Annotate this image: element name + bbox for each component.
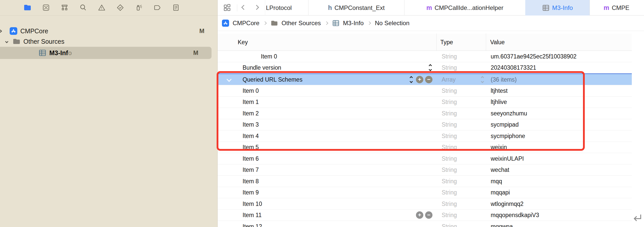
plist-key[interactable]: Item 4 bbox=[243, 132, 259, 139]
plist-key[interactable]: Item 10 bbox=[243, 200, 262, 207]
project-navigator-icon[interactable] bbox=[23, 4, 32, 12]
table-row[interactable]: Item 11 + − String mqqopensdkapiV3 bbox=[218, 210, 632, 221]
tab-cmpe[interactable]: m CMPE bbox=[590, 0, 644, 16]
table-row[interactable]: Item 7 String wechat bbox=[218, 164, 632, 176]
column-divider[interactable] bbox=[486, 34, 486, 51]
plist-key[interactable]: Item 8 bbox=[243, 178, 259, 185]
breadcrumb-item-selection[interactable]: No Selection bbox=[375, 20, 409, 27]
table-row[interactable]: Item 3 String sycmpipad bbox=[218, 119, 632, 131]
remove-row-button[interactable]: − bbox=[425, 211, 432, 219]
stepper-control[interactable] bbox=[480, 76, 485, 83]
file-name[interactable]: M3-Inf bbox=[49, 49, 68, 56]
source-control-icon[interactable] bbox=[42, 4, 50, 12]
add-row-button[interactable]: + bbox=[416, 76, 423, 83]
plist-type[interactable]: String bbox=[442, 212, 457, 219]
plist-value[interactable]: wtloginmqq2 bbox=[491, 200, 523, 207]
table-row[interactable]: Item 6 String weixinULAPI bbox=[218, 153, 632, 164]
plist-type[interactable]: String bbox=[442, 189, 457, 196]
breadcrumb-item-group[interactable]: Other Sources bbox=[281, 20, 321, 27]
column-header-key[interactable]: Key bbox=[238, 39, 248, 46]
column-header-value[interactable]: Value bbox=[490, 39, 505, 46]
table-row[interactable]: Item 0 String um.60371ae9425ec25f1003890… bbox=[218, 51, 632, 62]
plist-key[interactable]: Bundle version bbox=[243, 64, 281, 71]
table-row[interactable]: Item 1 String ltjhlive bbox=[218, 97, 632, 108]
debug-navigator-icon[interactable] bbox=[135, 4, 143, 12]
tab-m3-info-active[interactable]: M3-Info bbox=[525, 0, 590, 16]
table-row[interactable]: Item 10 String wtloginmqq2 bbox=[218, 198, 632, 210]
plist-key[interactable]: Item 0 bbox=[243, 87, 259, 94]
breakpoint-navigator-icon[interactable] bbox=[153, 4, 161, 12]
plist-value[interactable]: weixin bbox=[491, 144, 507, 151]
plist-type[interactable]: String bbox=[442, 200, 457, 207]
tab-cmpconstant-ext[interactable]: h CMPConstant_Ext bbox=[308, 0, 404, 16]
plist-type[interactable]: String bbox=[442, 99, 457, 105]
issue-navigator-icon[interactable] bbox=[98, 4, 106, 12]
plist-type[interactable]: String bbox=[442, 223, 457, 227]
sidebar-item-file-selected[interactable]: M3-Info M bbox=[0, 47, 212, 59]
test-navigator-icon[interactable] bbox=[116, 4, 124, 12]
plist-type[interactable]: String bbox=[442, 132, 457, 139]
table-row[interactable]: Item 0 String ltjhtest bbox=[218, 85, 632, 97]
plist-type[interactable]: String bbox=[442, 144, 457, 151]
disclosure-chevron-icon[interactable] bbox=[5, 40, 8, 43]
plist-value[interactable]: ltjhtest bbox=[491, 87, 507, 94]
table-row[interactable]: Item 12 String mqqwpa bbox=[218, 221, 632, 227]
plist-value[interactable]: (36 items) bbox=[491, 76, 517, 83]
plist-value[interactable]: mqqapi bbox=[491, 189, 510, 196]
plist-key[interactable]: Item 6 bbox=[243, 155, 259, 162]
plist-type[interactable]: String bbox=[442, 155, 457, 162]
plist-type[interactable]: String bbox=[442, 53, 457, 60]
plist-value[interactable]: mqqopensdkapiV3 bbox=[491, 212, 539, 219]
plist-key[interactable]: Item 5 bbox=[243, 144, 259, 151]
column-divider[interactable] bbox=[436, 34, 437, 51]
disclosure-chevron-icon[interactable] bbox=[0, 29, 2, 33]
plist-key[interactable]: Item 11 bbox=[243, 212, 262, 219]
plist-value[interactable]: wechat bbox=[491, 167, 509, 173]
project-name[interactable]: CMPCore bbox=[20, 27, 48, 35]
plist-type[interactable]: String bbox=[442, 87, 457, 94]
plist-type[interactable]: String bbox=[442, 121, 457, 128]
group-name[interactable]: Other Sources bbox=[23, 38, 64, 45]
plist-type[interactable]: String bbox=[442, 178, 457, 185]
breadcrumb-item-file[interactable]: M3-Info bbox=[343, 20, 364, 27]
plist-value[interactable]: sycmpiphone bbox=[491, 132, 525, 139]
plist-value[interactable]: sycmpipad bbox=[491, 121, 519, 128]
plist-type[interactable]: String bbox=[442, 64, 457, 71]
plist-value[interactable]: seeyonzhumu bbox=[491, 110, 527, 117]
sidebar-item-group[interactable]: Other Sources bbox=[0, 36, 218, 47]
remove-row-button[interactable]: − bbox=[425, 76, 432, 83]
table-row[interactable]: Item 8 String mqq bbox=[218, 176, 632, 187]
table-row-selected[interactable]: Queried URL Schemes + − Array (36 items) bbox=[218, 73, 632, 85]
plist-value[interactable]: weixinULAPI bbox=[491, 155, 524, 162]
table-row[interactable]: Item 2 String seeyonzhumu bbox=[218, 108, 632, 119]
tab-cmpcallide-helper[interactable]: m CMPCallIde...ationHelper bbox=[404, 0, 525, 16]
plist-key[interactable]: Item 0 bbox=[261, 53, 277, 60]
plist-value[interactable]: mqqwpa bbox=[491, 223, 513, 227]
plist-value[interactable]: ltjhlive bbox=[491, 99, 507, 105]
plist-key[interactable]: Item 1 bbox=[243, 99, 259, 105]
add-row-button[interactable]: + bbox=[416, 211, 423, 219]
plist-type[interactable]: String bbox=[442, 110, 457, 117]
plist-key[interactable]: Item 3 bbox=[243, 121, 259, 128]
plist-key[interactable]: Item 7 bbox=[243, 167, 259, 173]
table-row[interactable]: Item 4 String sycmpiphone bbox=[218, 130, 632, 142]
table-row[interactable]: Bundle version String 20240308173321 bbox=[218, 62, 632, 74]
tab-overview-icon[interactable] bbox=[223, 4, 231, 11]
sidebar-item-project[interactable]: CMPCore M bbox=[0, 26, 218, 36]
plist-value[interactable]: mqq bbox=[491, 178, 502, 185]
find-navigator-icon[interactable] bbox=[79, 4, 87, 12]
plist-key[interactable]: Item 9 bbox=[243, 189, 259, 196]
stepper-control[interactable] bbox=[428, 64, 433, 71]
plist-value[interactable]: um.60371ae9425ec25f10038902 bbox=[491, 53, 577, 60]
tab-lprotocol[interactable]: LProtocol bbox=[265, 0, 308, 16]
disclosure-chevron-icon[interactable] bbox=[227, 77, 232, 82]
plist-key[interactable]: Item 12 bbox=[243, 223, 262, 227]
symbol-navigator-icon[interactable] bbox=[61, 4, 69, 12]
plist-key[interactable]: Queried URL Schemes bbox=[243, 76, 303, 83]
plist-key[interactable]: Item 2 bbox=[243, 110, 259, 117]
report-navigator-icon[interactable] bbox=[172, 4, 180, 12]
table-row[interactable]: Item 9 String mqqapi bbox=[218, 187, 632, 199]
breadcrumb-item-project[interactable]: CMPCore bbox=[233, 20, 259, 27]
plist-value[interactable]: 20240308173321 bbox=[491, 64, 536, 71]
stepper-control[interactable] bbox=[409, 76, 414, 83]
